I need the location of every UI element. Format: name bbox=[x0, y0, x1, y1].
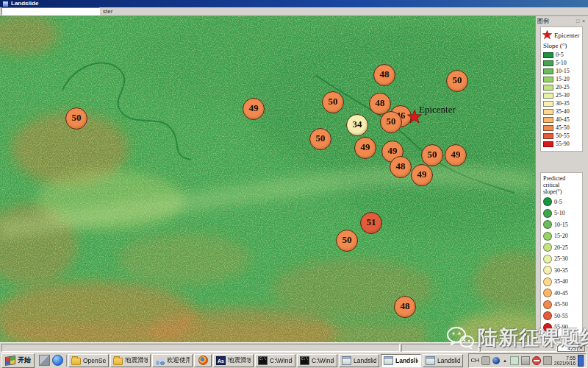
taskbar-button-label: 欢迎使用.. bbox=[167, 356, 190, 365]
tray-app-icon-2[interactable] bbox=[521, 356, 530, 365]
legend-circle-swatch bbox=[543, 255, 552, 263]
map-marker-50[interactable]: 50 bbox=[421, 144, 443, 166]
map-marker-50[interactable]: 50 bbox=[336, 230, 358, 252]
legend-range-label: 15-20 bbox=[554, 233, 568, 239]
taskbar-button-folder-dizhen[interactable]: 地震滑坡.. bbox=[110, 354, 151, 367]
map-marker-50[interactable]: 50 bbox=[322, 91, 344, 113]
taskbar-button-cmd-2[interactable]: C:\Windo... bbox=[297, 354, 337, 367]
slope-legend-row: 40-45 bbox=[543, 116, 581, 123]
taskbar: 开始 OpenSees地震滑坡..欢迎使用..地震滑坡..C:\Windo...… bbox=[0, 352, 588, 368]
legend-range-label: 0-5 bbox=[556, 52, 564, 58]
taskbar-button-as-dizhen[interactable]: 地震滑坡.. bbox=[213, 354, 254, 367]
slope-legend-row: 30-35 bbox=[543, 100, 581, 107]
firefox-icon bbox=[198, 355, 208, 365]
taskbar-button-landslide-3[interactable]: Landslide bbox=[423, 354, 463, 367]
critical-legend-row: 15-20 bbox=[543, 232, 581, 241]
critical-legend-title-1: Predicted critical bbox=[543, 175, 581, 188]
taskbar-button-label: 地震滑坡.. bbox=[125, 356, 148, 365]
slope-legend-row: 55-90 bbox=[543, 141, 581, 147]
legend-circle-swatch bbox=[543, 243, 552, 252]
legend-swatch bbox=[543, 60, 553, 66]
critical-legend-row: 40-45 bbox=[543, 289, 581, 297]
taskbar-button-opensees[interactable]: OpenSees bbox=[68, 354, 109, 367]
map-marker-48[interactable]: 48 bbox=[373, 64, 395, 86]
legend-range-label: 40-45 bbox=[556, 116, 570, 123]
folder-icon bbox=[113, 358, 123, 365]
map-marker-48[interactable]: 48 bbox=[390, 156, 412, 178]
legend-panel-title: 图例 bbox=[537, 17, 575, 25]
legend-range-label: 30-35 bbox=[556, 100, 570, 107]
legend-swatch bbox=[543, 52, 553, 58]
map-marker-49[interactable]: 49 bbox=[411, 164, 433, 186]
help-icon[interactable] bbox=[492, 357, 500, 364]
taskbar-button-firefox[interactable] bbox=[194, 354, 212, 367]
legend-swatch bbox=[543, 101, 553, 107]
legend-circle-swatch bbox=[543, 323, 552, 332]
map-canvas[interactable]: 50494850504846503450494950494849515048 E… bbox=[0, 16, 535, 342]
map-marker-50[interactable]: 50 bbox=[380, 111, 402, 133]
critical-legend-row: 30-35 bbox=[543, 266, 581, 275]
windows-flag-icon bbox=[5, 355, 15, 366]
map-marker-49[interactable]: 49 bbox=[354, 137, 376, 159]
legend-panel-header[interactable]: 图例 □ × bbox=[536, 16, 588, 25]
status-panel-3 bbox=[480, 344, 557, 352]
legend-range-label: 30-35 bbox=[554, 267, 568, 274]
language-indicator[interactable]: CH bbox=[471, 357, 480, 364]
taskbar-button-welcome[interactable]: 欢迎使用.. bbox=[152, 354, 193, 367]
critical-legend-row: 50-55 bbox=[543, 311, 581, 320]
chevron-down-icon[interactable]: ▼ bbox=[577, 345, 584, 351]
legend-range-label: 10-15 bbox=[554, 222, 568, 228]
status-bar: 425 ▼ bbox=[0, 342, 588, 352]
legend-range-label: 35-40 bbox=[554, 278, 568, 285]
taskbar-button-landslide-2[interactable]: Landslide bbox=[381, 354, 421, 367]
status-panel-1 bbox=[1, 344, 400, 352]
tray-app-icon-4[interactable] bbox=[543, 356, 552, 365]
browser-icon[interactable] bbox=[52, 355, 63, 366]
legend-range-label: 55-90 bbox=[554, 324, 568, 330]
lock-icon[interactable] bbox=[481, 356, 490, 365]
window-title: Landslide bbox=[11, 0, 38, 7]
title-bar[interactable]: Landslide bbox=[0, 0, 588, 7]
map-marker-49[interactable]: 49 bbox=[445, 144, 467, 166]
tray-app-icon-1[interactable] bbox=[510, 356, 519, 365]
legend-swatch bbox=[543, 109, 553, 115]
legend-circle-swatch bbox=[543, 232, 552, 241]
legend-range-label: 45-50 bbox=[556, 124, 570, 131]
scale-combo[interactable]: 425 ▼ bbox=[557, 344, 585, 352]
legend-swatch bbox=[543, 85, 553, 91]
map-marker-34[interactable]: 34 bbox=[346, 114, 368, 136]
taskbar-button-cmd-1[interactable]: C:\Windo... bbox=[255, 354, 295, 367]
legend-circle-swatch bbox=[543, 209, 552, 218]
legend-circle-swatch bbox=[543, 311, 552, 320]
critical-legend-row: 45-50 bbox=[543, 300, 581, 309]
legend-range-label: 5-10 bbox=[554, 210, 565, 216]
map-marker-48[interactable]: 48 bbox=[394, 296, 416, 318]
desktop-icon[interactable] bbox=[39, 355, 50, 366]
slope-legend-row: 45-50 bbox=[543, 124, 581, 131]
taskbar-button-label: Landslide bbox=[354, 357, 376, 364]
legend-swatch bbox=[543, 93, 553, 99]
map-marker-50[interactable]: 50 bbox=[309, 128, 331, 150]
map-marker-49[interactable]: 49 bbox=[243, 98, 265, 120]
legend-circle-swatch bbox=[543, 289, 552, 297]
show-desktop-icon[interactable] bbox=[578, 355, 584, 367]
dock-icon[interactable]: □ bbox=[575, 18, 581, 24]
legend-swatch bbox=[543, 133, 553, 139]
layer-combo[interactable] bbox=[1, 7, 100, 15]
slope-legend-row: 35-40 bbox=[543, 108, 581, 115]
legend-range-label: 40-45 bbox=[554, 290, 568, 297]
start-button[interactable]: 开始 bbox=[1, 353, 35, 368]
map-marker-51[interactable]: 51 bbox=[360, 212, 382, 234]
show-hidden-icons-chevron[interactable]: ▴ bbox=[502, 357, 508, 364]
tray-app-icon-3[interactable] bbox=[532, 356, 541, 365]
critical-legend-row: 5-10 bbox=[543, 209, 581, 218]
close-icon[interactable]: × bbox=[581, 18, 587, 24]
map-marker-50[interactable]: 50 bbox=[65, 107, 87, 130]
taskbar-button-landslide-1[interactable]: Landslide bbox=[339, 354, 379, 367]
legend-circle-swatch bbox=[543, 266, 552, 275]
scale-value: 425 bbox=[558, 346, 577, 351]
toolbar-label-fragment: ster bbox=[103, 7, 112, 16]
map-marker-50[interactable]: 50 bbox=[446, 70, 468, 92]
start-label: 开始 bbox=[18, 355, 31, 365]
legend-range-label: 5-10 bbox=[556, 60, 567, 66]
